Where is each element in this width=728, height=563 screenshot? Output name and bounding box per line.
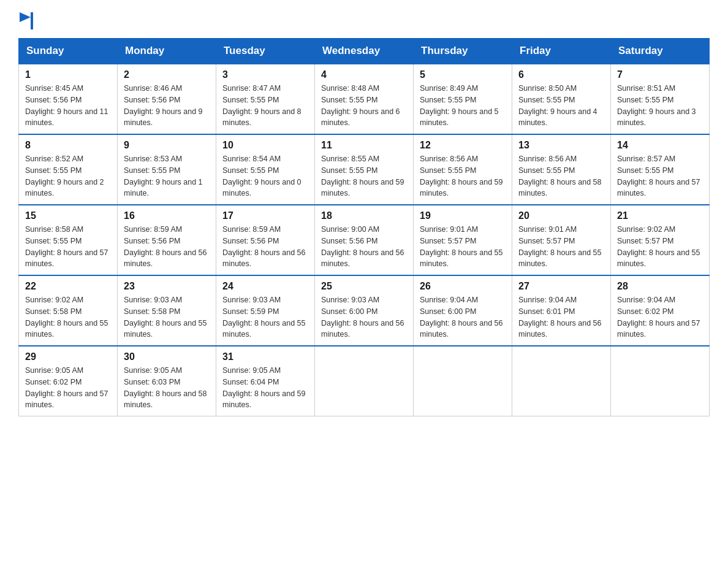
header-saturday: Saturday <box>611 39 710 64</box>
day-number: 13 <box>518 140 604 151</box>
header-monday: Monday <box>118 39 216 64</box>
day-number: 10 <box>222 140 308 151</box>
day-number: 17 <box>222 210 308 221</box>
calendar-cell: 16Sunrise: 8:59 AMSunset: 5:56 PMDayligh… <box>118 205 216 275</box>
day-info: Sunrise: 9:04 AMSunset: 6:02 PMDaylight:… <box>617 294 703 340</box>
day-info: Sunrise: 8:48 AMSunset: 5:55 PMDaylight:… <box>321 83 407 129</box>
day-number: 21 <box>617 210 703 221</box>
calendar-cell: 15Sunrise: 8:58 AMSunset: 5:55 PMDayligh… <box>19 205 118 275</box>
calendar-cell: 21Sunrise: 9:02 AMSunset: 5:57 PMDayligh… <box>611 205 710 275</box>
day-info: Sunrise: 8:51 AMSunset: 5:55 PMDaylight:… <box>617 83 703 129</box>
day-number: 2 <box>124 69 210 80</box>
day-info: Sunrise: 8:49 AMSunset: 5:55 PMDaylight:… <box>420 83 506 129</box>
day-info: Sunrise: 8:45 AMSunset: 5:56 PMDaylight:… <box>25 83 111 129</box>
day-info: Sunrise: 9:03 AMSunset: 5:58 PMDaylight:… <box>124 294 210 340</box>
day-info: Sunrise: 9:02 AMSunset: 5:57 PMDaylight:… <box>617 224 703 270</box>
calendar-week-row: 15Sunrise: 8:58 AMSunset: 5:55 PMDayligh… <box>19 205 710 275</box>
calendar-week-row: 8Sunrise: 8:52 AMSunset: 5:55 PMDaylight… <box>19 134 710 205</box>
day-number: 3 <box>222 69 308 80</box>
calendar-cell: 2Sunrise: 8:46 AMSunset: 5:56 PMDaylight… <box>118 64 216 134</box>
day-number: 15 <box>25 210 111 221</box>
calendar-cell <box>315 346 414 416</box>
header-friday: Friday <box>512 39 611 64</box>
calendar-cell: 14Sunrise: 8:57 AMSunset: 5:55 PMDayligh… <box>611 134 710 205</box>
day-info: Sunrise: 8:55 AMSunset: 5:55 PMDaylight:… <box>321 153 407 199</box>
calendar-cell: 10Sunrise: 8:54 AMSunset: 5:55 PMDayligh… <box>216 134 315 205</box>
day-number: 26 <box>420 281 506 292</box>
calendar-cell: 28Sunrise: 9:04 AMSunset: 6:02 PMDayligh… <box>611 275 710 346</box>
day-number: 19 <box>420 210 506 221</box>
calendar-cell: 22Sunrise: 9:02 AMSunset: 5:58 PMDayligh… <box>19 275 118 346</box>
day-info: Sunrise: 8:53 AMSunset: 5:55 PMDaylight:… <box>124 153 210 199</box>
day-number: 18 <box>321 210 407 221</box>
calendar-cell: 8Sunrise: 8:52 AMSunset: 5:55 PMDaylight… <box>19 134 118 205</box>
day-info: Sunrise: 9:05 AMSunset: 6:03 PMDaylight:… <box>124 365 210 411</box>
day-info: Sunrise: 8:59 AMSunset: 5:56 PMDaylight:… <box>222 224 308 270</box>
page-header <box>18 12 710 26</box>
day-info: Sunrise: 9:04 AMSunset: 6:01 PMDaylight:… <box>518 294 604 340</box>
calendar-cell: 17Sunrise: 8:59 AMSunset: 5:56 PMDayligh… <box>216 205 315 275</box>
calendar-cell: 4Sunrise: 8:48 AMSunset: 5:55 PMDaylight… <box>315 64 414 134</box>
calendar-cell: 11Sunrise: 8:55 AMSunset: 5:55 PMDayligh… <box>315 134 414 205</box>
calendar-cell: 30Sunrise: 9:05 AMSunset: 6:03 PMDayligh… <box>118 346 216 416</box>
day-number: 20 <box>518 210 604 221</box>
day-number: 25 <box>321 281 407 292</box>
calendar-week-row: 29Sunrise: 9:05 AMSunset: 6:02 PMDayligh… <box>19 346 710 416</box>
day-info: Sunrise: 9:01 AMSunset: 5:57 PMDaylight:… <box>420 224 506 270</box>
day-number: 14 <box>617 140 703 151</box>
header-thursday: Thursday <box>414 39 512 64</box>
calendar-cell: 31Sunrise: 9:05 AMSunset: 6:04 PMDayligh… <box>216 346 315 416</box>
calendar-cell: 7Sunrise: 8:51 AMSunset: 5:55 PMDaylight… <box>611 64 710 134</box>
day-number: 27 <box>518 281 604 292</box>
calendar-cell: 1Sunrise: 8:45 AMSunset: 5:56 PMDaylight… <box>19 64 118 134</box>
calendar-cell: 3Sunrise: 8:47 AMSunset: 5:55 PMDaylight… <box>216 64 315 134</box>
calendar-cell: 18Sunrise: 9:00 AMSunset: 5:56 PMDayligh… <box>315 205 414 275</box>
day-info: Sunrise: 8:47 AMSunset: 5:55 PMDaylight:… <box>222 83 308 129</box>
day-info: Sunrise: 8:52 AMSunset: 5:55 PMDaylight:… <box>25 153 111 199</box>
day-info: Sunrise: 8:56 AMSunset: 5:55 PMDaylight:… <box>420 153 506 199</box>
calendar-cell <box>414 346 512 416</box>
day-number: 24 <box>222 281 308 292</box>
day-info: Sunrise: 9:03 AMSunset: 5:59 PMDaylight:… <box>222 294 308 340</box>
day-info: Sunrise: 9:05 AMSunset: 6:04 PMDaylight:… <box>222 365 308 411</box>
calendar-cell: 12Sunrise: 8:56 AMSunset: 5:55 PMDayligh… <box>414 134 512 205</box>
day-info: Sunrise: 9:01 AMSunset: 5:57 PMDaylight:… <box>518 224 604 270</box>
day-number: 30 <box>124 351 210 362</box>
day-number: 16 <box>124 210 210 221</box>
day-number: 1 <box>25 69 111 80</box>
day-info: Sunrise: 8:50 AMSunset: 5:55 PMDaylight:… <box>518 83 604 129</box>
day-info: Sunrise: 9:02 AMSunset: 5:58 PMDaylight:… <box>25 294 111 340</box>
header-sunday: Sunday <box>19 39 118 64</box>
day-number: 5 <box>420 69 506 80</box>
day-info: Sunrise: 9:05 AMSunset: 6:02 PMDaylight:… <box>25 365 111 411</box>
header-tuesday: Tuesday <box>216 39 315 64</box>
calendar-cell: 20Sunrise: 9:01 AMSunset: 5:57 PMDayligh… <box>512 205 611 275</box>
day-number: 4 <box>321 69 407 80</box>
day-number: 23 <box>124 281 210 292</box>
svg-rect-1 <box>31 12 33 29</box>
calendar-cell <box>611 346 710 416</box>
header-wednesday: Wednesday <box>315 39 414 64</box>
calendar-week-row: 1Sunrise: 8:45 AMSunset: 5:56 PMDaylight… <box>19 64 710 134</box>
calendar-cell: 19Sunrise: 9:01 AMSunset: 5:57 PMDayligh… <box>414 205 512 275</box>
day-number: 31 <box>222 351 308 362</box>
day-number: 12 <box>420 140 506 151</box>
day-number: 11 <box>321 140 407 151</box>
calendar-cell: 5Sunrise: 8:49 AMSunset: 5:55 PMDaylight… <box>414 64 512 134</box>
calendar-week-row: 22Sunrise: 9:02 AMSunset: 5:58 PMDayligh… <box>19 275 710 346</box>
day-info: Sunrise: 8:59 AMSunset: 5:56 PMDaylight:… <box>124 224 210 270</box>
day-number: 7 <box>617 69 703 80</box>
calendar-header-row: SundayMondayTuesdayWednesdayThursdayFrid… <box>19 39 710 64</box>
logo-flag-icon <box>20 12 34 29</box>
day-info: Sunrise: 8:58 AMSunset: 5:55 PMDaylight:… <box>25 224 111 270</box>
day-info: Sunrise: 8:57 AMSunset: 5:55 PMDaylight:… <box>617 153 703 199</box>
day-info: Sunrise: 9:03 AMSunset: 6:00 PMDaylight:… <box>321 294 407 340</box>
svg-marker-0 <box>20 12 31 22</box>
calendar-cell: 9Sunrise: 8:53 AMSunset: 5:55 PMDaylight… <box>118 134 216 205</box>
calendar-cell: 13Sunrise: 8:56 AMSunset: 5:55 PMDayligh… <box>512 134 611 205</box>
calendar-cell: 24Sunrise: 9:03 AMSunset: 5:59 PMDayligh… <box>216 275 315 346</box>
logo <box>18 12 34 26</box>
day-info: Sunrise: 8:46 AMSunset: 5:56 PMDaylight:… <box>124 83 210 129</box>
day-info: Sunrise: 9:04 AMSunset: 6:00 PMDaylight:… <box>420 294 506 340</box>
day-number: 29 <box>25 351 111 362</box>
